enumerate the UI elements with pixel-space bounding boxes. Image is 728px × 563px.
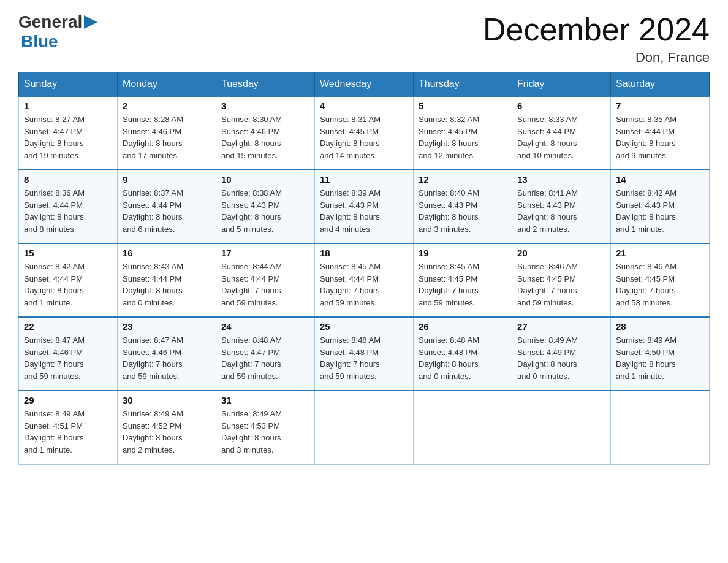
table-row: 26 Sunrise: 8:48 AMSunset: 4:48 PMDaylig… bbox=[414, 317, 512, 391]
location-text: Don, France bbox=[483, 50, 710, 66]
title-section: December 2024 Don, France bbox=[483, 12, 710, 66]
day-number: 25 bbox=[320, 321, 408, 332]
table-row: 14 Sunrise: 8:42 AMSunset: 4:43 PMDaylig… bbox=[611, 170, 710, 243]
calendar-header-row: Sunday Monday Tuesday Wednesday Thursday… bbox=[19, 72, 710, 97]
day-number: 22 bbox=[24, 321, 112, 332]
page-header: General Blue December 2024 Don, France bbox=[18, 12, 710, 66]
day-number: 17 bbox=[221, 248, 309, 258]
table-row: 19 Sunrise: 8:45 AMSunset: 4:45 PMDaylig… bbox=[414, 243, 512, 317]
day-info: Sunrise: 8:37 AMSunset: 4:44 PMDaylight:… bbox=[123, 188, 183, 234]
table-row: 24 Sunrise: 8:48 AMSunset: 4:47 PMDaylig… bbox=[216, 317, 315, 391]
col-friday: Friday bbox=[512, 72, 611, 97]
col-monday: Monday bbox=[118, 72, 216, 97]
table-row bbox=[315, 391, 414, 464]
table-row: 15 Sunrise: 8:42 AMSunset: 4:44 PMDaylig… bbox=[19, 243, 118, 317]
day-number: 29 bbox=[24, 395, 112, 405]
day-number: 15 bbox=[24, 248, 112, 258]
logo-arrow-icon bbox=[84, 15, 97, 29]
day-number: 8 bbox=[24, 174, 112, 185]
day-number: 23 bbox=[123, 321, 211, 332]
day-number: 19 bbox=[419, 248, 507, 258]
calendar-week-row: 8 Sunrise: 8:36 AMSunset: 4:44 PMDayligh… bbox=[19, 170, 710, 243]
day-info: Sunrise: 8:40 AMSunset: 4:43 PMDaylight:… bbox=[419, 188, 479, 234]
calendar-week-row: 1 Sunrise: 8:27 AMSunset: 4:47 PMDayligh… bbox=[19, 96, 710, 170]
day-info: Sunrise: 8:36 AMSunset: 4:44 PMDaylight:… bbox=[24, 188, 85, 234]
table-row: 6 Sunrise: 8:33 AMSunset: 4:44 PMDayligh… bbox=[512, 96, 611, 170]
day-number: 30 bbox=[123, 395, 211, 405]
day-number: 14 bbox=[616, 174, 704, 185]
day-number: 10 bbox=[221, 174, 309, 185]
table-row: 30 Sunrise: 8:49 AMSunset: 4:52 PMDaylig… bbox=[118, 391, 216, 464]
svg-marker-0 bbox=[84, 15, 97, 29]
table-row: 29 Sunrise: 8:49 AMSunset: 4:51 PMDaylig… bbox=[19, 391, 118, 464]
day-number: 3 bbox=[221, 101, 309, 111]
day-info: Sunrise: 8:27 AMSunset: 4:47 PMDaylight:… bbox=[24, 115, 85, 160]
calendar-week-row: 29 Sunrise: 8:49 AMSunset: 4:51 PMDaylig… bbox=[19, 391, 710, 464]
day-info: Sunrise: 8:47 AMSunset: 4:46 PMDaylight:… bbox=[123, 335, 183, 381]
day-number: 12 bbox=[419, 174, 507, 185]
day-info: Sunrise: 8:49 AMSunset: 4:51 PMDaylight:… bbox=[24, 409, 85, 454]
day-number: 21 bbox=[616, 248, 704, 258]
day-number: 1 bbox=[24, 101, 112, 111]
table-row: 20 Sunrise: 8:46 AMSunset: 4:45 PMDaylig… bbox=[512, 243, 611, 317]
day-number: 26 bbox=[419, 321, 507, 332]
day-number: 16 bbox=[123, 248, 211, 258]
calendar-week-row: 22 Sunrise: 8:47 AMSunset: 4:46 PMDaylig… bbox=[19, 317, 710, 391]
day-info: Sunrise: 8:39 AMSunset: 4:43 PMDaylight:… bbox=[320, 188, 381, 234]
table-row: 27 Sunrise: 8:49 AMSunset: 4:49 PMDaylig… bbox=[512, 317, 611, 391]
calendar-week-row: 15 Sunrise: 8:42 AMSunset: 4:44 PMDaylig… bbox=[19, 243, 710, 317]
table-row: 5 Sunrise: 8:32 AMSunset: 4:45 PMDayligh… bbox=[414, 96, 512, 170]
page-title: December 2024 bbox=[483, 12, 710, 47]
day-number: 9 bbox=[123, 174, 211, 185]
logo: General Blue bbox=[18, 12, 97, 52]
day-number: 27 bbox=[517, 321, 605, 332]
col-thursday: Thursday bbox=[414, 72, 512, 97]
table-row: 1 Sunrise: 8:27 AMSunset: 4:47 PMDayligh… bbox=[19, 96, 118, 170]
day-number: 2 bbox=[123, 101, 211, 111]
table-row: 18 Sunrise: 8:45 AMSunset: 4:44 PMDaylig… bbox=[315, 243, 414, 317]
day-info: Sunrise: 8:30 AMSunset: 4:46 PMDaylight:… bbox=[221, 115, 282, 160]
table-row: 8 Sunrise: 8:36 AMSunset: 4:44 PMDayligh… bbox=[19, 170, 118, 243]
day-info: Sunrise: 8:42 AMSunset: 4:44 PMDaylight:… bbox=[24, 262, 85, 307]
calendar-table: Sunday Monday Tuesday Wednesday Thursday… bbox=[18, 72, 710, 465]
table-row bbox=[611, 391, 710, 464]
table-row: 10 Sunrise: 8:38 AMSunset: 4:43 PMDaylig… bbox=[216, 170, 315, 243]
col-tuesday: Tuesday bbox=[216, 72, 315, 97]
day-info: Sunrise: 8:46 AMSunset: 4:45 PMDaylight:… bbox=[517, 262, 578, 307]
day-number: 24 bbox=[221, 321, 309, 332]
logo-blue-text: Blue bbox=[21, 32, 58, 51]
day-info: Sunrise: 8:32 AMSunset: 4:45 PMDaylight:… bbox=[419, 115, 479, 160]
day-number: 18 bbox=[320, 248, 408, 258]
day-number: 11 bbox=[320, 174, 408, 185]
table-row: 22 Sunrise: 8:47 AMSunset: 4:46 PMDaylig… bbox=[19, 317, 118, 391]
table-row: 9 Sunrise: 8:37 AMSunset: 4:44 PMDayligh… bbox=[118, 170, 216, 243]
day-info: Sunrise: 8:49 AMSunset: 4:52 PMDaylight:… bbox=[123, 409, 183, 454]
day-number: 7 bbox=[616, 101, 704, 111]
table-row: 17 Sunrise: 8:44 AMSunset: 4:44 PMDaylig… bbox=[216, 243, 315, 317]
day-info: Sunrise: 8:33 AMSunset: 4:44 PMDaylight:… bbox=[517, 115, 578, 160]
col-sunday: Sunday bbox=[19, 72, 118, 97]
day-number: 5 bbox=[419, 101, 507, 111]
logo-general-text: General bbox=[18, 12, 82, 32]
day-info: Sunrise: 8:41 AMSunset: 4:43 PMDaylight:… bbox=[517, 188, 578, 234]
table-row: 12 Sunrise: 8:40 AMSunset: 4:43 PMDaylig… bbox=[414, 170, 512, 243]
day-info: Sunrise: 8:45 AMSunset: 4:44 PMDaylight:… bbox=[320, 262, 381, 307]
day-info: Sunrise: 8:48 AMSunset: 4:48 PMDaylight:… bbox=[320, 335, 381, 381]
table-row: 13 Sunrise: 8:41 AMSunset: 4:43 PMDaylig… bbox=[512, 170, 611, 243]
day-info: Sunrise: 8:42 AMSunset: 4:43 PMDaylight:… bbox=[616, 188, 677, 234]
day-info: Sunrise: 8:48 AMSunset: 4:47 PMDaylight:… bbox=[221, 335, 282, 381]
col-wednesday: Wednesday bbox=[315, 72, 414, 97]
day-number: 28 bbox=[616, 321, 704, 332]
day-info: Sunrise: 8:31 AMSunset: 4:45 PMDaylight:… bbox=[320, 115, 381, 160]
day-info: Sunrise: 8:47 AMSunset: 4:46 PMDaylight:… bbox=[24, 335, 85, 381]
table-row bbox=[414, 391, 512, 464]
table-row: 21 Sunrise: 8:46 AMSunset: 4:45 PMDaylig… bbox=[611, 243, 710, 317]
table-row: 31 Sunrise: 8:49 AMSunset: 4:53 PMDaylig… bbox=[216, 391, 315, 464]
table-row: 2 Sunrise: 8:28 AMSunset: 4:46 PMDayligh… bbox=[118, 96, 216, 170]
table-row: 25 Sunrise: 8:48 AMSunset: 4:48 PMDaylig… bbox=[315, 317, 414, 391]
day-number: 20 bbox=[517, 248, 605, 258]
table-row: 23 Sunrise: 8:47 AMSunset: 4:46 PMDaylig… bbox=[118, 317, 216, 391]
day-number: 13 bbox=[517, 174, 605, 185]
day-info: Sunrise: 8:35 AMSunset: 4:44 PMDaylight:… bbox=[616, 115, 677, 160]
day-info: Sunrise: 8:46 AMSunset: 4:45 PMDaylight:… bbox=[616, 262, 677, 307]
